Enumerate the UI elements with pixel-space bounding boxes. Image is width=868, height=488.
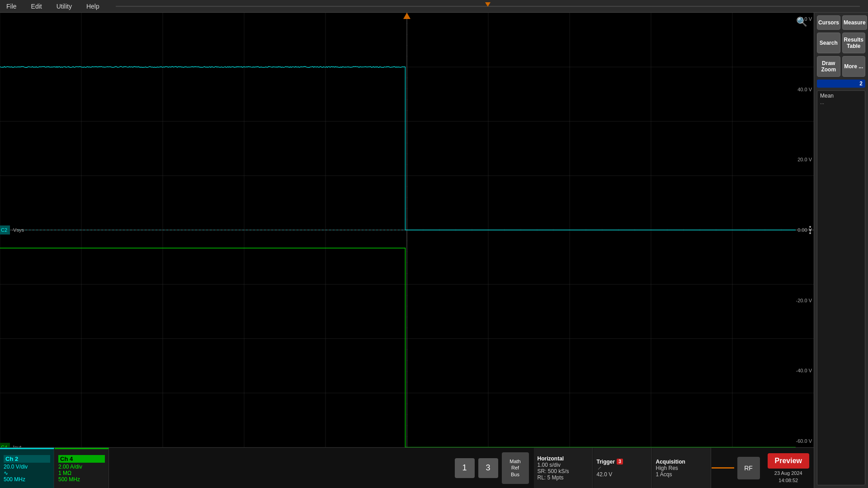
ch3-button[interactable]: 3	[478, 458, 498, 478]
mean-label: Mean	[820, 93, 862, 99]
mean-display: Mean ···	[817, 90, 865, 485]
ch2-title: Ch 2	[4, 455, 50, 463]
acquisition-title: Acquisition	[656, 459, 707, 465]
right-panel: Cursors Measure Search Results Table Dra…	[814, 13, 868, 488]
preview-button[interactable]: Preview	[768, 453, 809, 469]
math-ref-bus-button[interactable]: Math Ref Bus	[502, 452, 529, 484]
ch4-cell[interactable]: Ch 4 2.00 A/div 1 MΩ 500 MHz	[55, 448, 109, 488]
results-table-button[interactable]: Results Table	[842, 33, 866, 53]
horizontal-rl: RL: 5 Mpts	[538, 474, 589, 481]
three-dot-menu[interactable]	[809, 226, 811, 234]
menu-help[interactable]: Help	[84, 2, 102, 11]
acquisition-mode: High Res	[656, 465, 707, 471]
ch2-vdiv: 20.0 V/div	[4, 464, 50, 470]
measure-button[interactable]: Measure	[842, 15, 867, 30]
ch2-panel-indicator: 2	[817, 80, 865, 88]
horizontal-title: Horizontal	[538, 455, 589, 462]
rf-container: RF	[735, 448, 763, 488]
rf-button[interactable]: RF	[737, 457, 760, 479]
orange-line	[712, 467, 734, 469]
bottom-spacer	[109, 448, 450, 488]
horizontal-sdiv: 1.00 s/div	[538, 462, 589, 468]
dot3	[809, 232, 811, 234]
trigger-title-row: Trigger 3	[597, 459, 648, 465]
ch4-adiv: 2.00 A/div	[58, 464, 105, 470]
menu-utility[interactable]: Utility	[54, 2, 75, 11]
horizontal-sr: SR: 500 kS/s	[538, 468, 589, 474]
trigger-value: 42.0 V	[597, 471, 648, 478]
scope-canvas	[0, 13, 814, 447]
ch2-panel-number: 2	[859, 80, 863, 87]
preview-datetime: Preview 23 Aug 2024 14:08:52	[763, 448, 814, 488]
trigger-cell[interactable]: Trigger 3 ⟋ 42.0 V	[593, 448, 652, 488]
dot2	[809, 229, 811, 231]
draw-zoom-button[interactable]: Draw Zoom	[817, 56, 840, 77]
search-results-row: Search Results Table	[817, 33, 865, 53]
bottom-bar: Ch 2 20.0 V/div ∿ 500 MHz Ch 4 2.00 A/di…	[0, 447, 814, 488]
acquisition-acqs: 1 Acqs	[656, 471, 707, 478]
ch4-bw: 500 MHz	[58, 476, 105, 483]
main-layout: 60.0 V 40.0 V 20.0 V 0.00 V -20.0 V -40.…	[0, 13, 868, 488]
draw-more-row: Draw Zoom More ...	[817, 56, 865, 77]
ch2-bw: 500 MHz	[4, 476, 50, 483]
menubar: File Edit Utility Help	[0, 0, 868, 13]
menu-edit[interactable]: Edit	[28, 2, 45, 11]
cursors-measure-row: Cursors Measure	[817, 15, 865, 30]
grid-container[interactable]: 60.0 V 40.0 V 20.0 V 0.00 V -20.0 V -40.…	[0, 13, 814, 447]
ch2-cell[interactable]: Ch 2 20.0 V/div ∿ 500 MHz	[0, 448, 54, 488]
menu-file[interactable]: File	[4, 2, 19, 11]
horizontal-cell[interactable]: Horizontal 1.00 s/div SR: 500 kS/s RL: 5…	[534, 448, 593, 488]
time: 14:08:52	[778, 478, 798, 483]
mean-value: ···	[820, 101, 862, 106]
magnifier-icon[interactable]: 🔍	[796, 16, 807, 27]
date: 23 Aug 2024	[774, 470, 802, 476]
ch4-title: Ch 4	[58, 455, 105, 463]
scope-area: 60.0 V 40.0 V 20.0 V 0.00 V -20.0 V -40.…	[0, 13, 814, 488]
dot1	[809, 226, 811, 228]
channel-buttons: 1 3 Math Ref Bus	[450, 448, 533, 488]
cursors-button[interactable]: Cursors	[817, 15, 840, 30]
trigger-slope: ⟋	[597, 465, 648, 471]
ch4-impedance: 1 MΩ	[58, 470, 105, 476]
search-button[interactable]: Search	[817, 33, 840, 53]
trigger-title: Trigger	[597, 459, 615, 465]
more-button[interactable]: More ...	[842, 56, 866, 77]
ch1-button[interactable]: 1	[455, 458, 475, 478]
acquisition-cell[interactable]: Acquisition High Res 1 Acqs	[652, 448, 711, 488]
trigger-badge: 3	[617, 459, 623, 465]
ch2-coupling: ∿	[4, 470, 50, 476]
